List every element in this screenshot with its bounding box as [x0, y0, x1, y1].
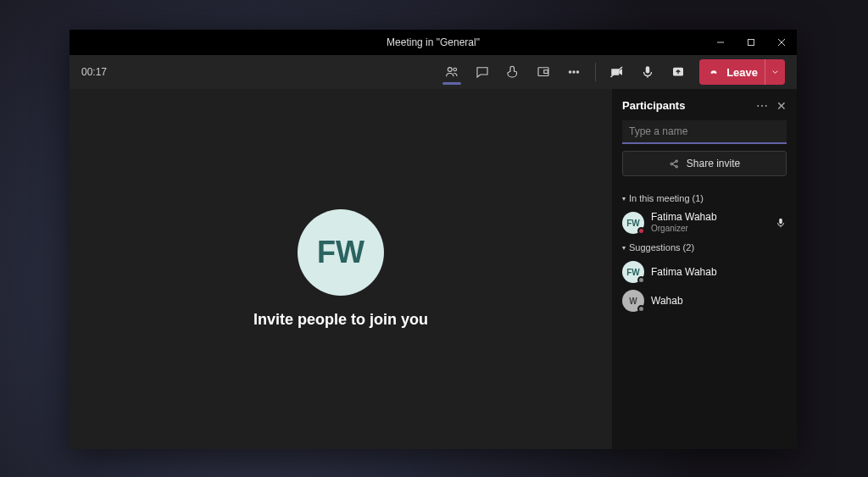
leave-button-chevron[interactable] [765, 59, 780, 85]
reactions-toolbar-button[interactable] [498, 58, 527, 86]
svg-point-9 [573, 71, 575, 73]
avatar: W [622, 290, 644, 312]
microphone-button[interactable] [633, 58, 662, 86]
panel-title: Participants [622, 99, 685, 112]
close-window-button[interactable] [766, 30, 797, 55]
caret-down-icon: ▾ [622, 195, 626, 202]
meeting-toolbar: 00:17 [70, 55, 797, 89]
svg-rect-19 [779, 219, 782, 224]
camera-button[interactable] [603, 58, 632, 86]
minimize-button[interactable] [705, 30, 736, 55]
svg-point-15 [676, 160, 677, 162]
participant-name: Fatima Wahab [651, 212, 717, 224]
svg-line-17 [672, 161, 676, 163]
maximize-button[interactable] [736, 30, 766, 55]
svg-rect-12 [646, 66, 650, 73]
avatar: FW [622, 212, 644, 234]
panel-more-icon[interactable]: ⋯ [756, 100, 768, 112]
more-actions-button[interactable] [559, 58, 588, 86]
presence-busy-icon [637, 227, 645, 235]
suggestion-name: Wahab [651, 295, 683, 307]
share-invite-button[interactable]: Share invite [622, 151, 787, 176]
meeting-timer: 00:17 [81, 66, 107, 78]
svg-line-18 [672, 164, 676, 166]
svg-point-10 [576, 71, 578, 73]
share-screen-button[interactable] [664, 58, 693, 86]
presence-offline-icon [637, 305, 645, 313]
participant-role: Organizer [651, 224, 717, 234]
microphone-icon [775, 217, 787, 229]
share-invite-label: Share invite [687, 158, 740, 169]
leave-button[interactable]: Leave [699, 59, 785, 85]
section-in-meeting[interactable]: ▾ In this meeting (1) [622, 193, 787, 203]
svg-point-14 [670, 163, 672, 164]
suggestion-name: Fatima Wahab [651, 266, 717, 278]
svg-point-5 [453, 68, 457, 71]
participants-panel: Participants ⋯ ✕ Share invite ▾ In this … [612, 89, 797, 449]
invite-message: Invite people to join you [253, 311, 428, 329]
suggestion-row[interactable]: FW Fatima Wahab [622, 258, 787, 286]
titlebar: Meeting in "General" [70, 30, 797, 55]
leave-button-label: Leave [726, 66, 758, 79]
section-suggestions[interactable]: ▾ Suggestions (2) [622, 242, 787, 252]
svg-point-4 [448, 68, 452, 72]
toolbar-separator [595, 63, 596, 81]
rooms-toolbar-button[interactable] [529, 58, 558, 86]
avatar: FW [622, 261, 644, 283]
self-avatar: FW [298, 209, 384, 296]
participant-row[interactable]: FW Fatima Wahab Organizer [622, 208, 787, 237]
svg-point-8 [569, 71, 570, 73]
svg-point-16 [676, 165, 677, 167]
section-in-meeting-label: In this meeting (1) [629, 193, 704, 203]
meeting-window: Meeting in "General" 00:17 [70, 30, 797, 449]
window-title: Meeting in "General" [387, 36, 480, 48]
participants-toolbar-button[interactable] [437, 58, 466, 86]
caret-down-icon: ▾ [622, 244, 626, 252]
search-input[interactable] [622, 120, 787, 144]
suggestion-row[interactable]: W Wahab [622, 286, 787, 315]
meeting-stage: FW Invite people to join you [70, 89, 612, 449]
svg-rect-1 [748, 40, 754, 46]
presence-offline-icon [637, 276, 645, 284]
svg-rect-7 [544, 70, 548, 74]
section-suggestions-label: Suggestions (2) [629, 242, 694, 252]
chat-toolbar-button[interactable] [468, 58, 497, 86]
svg-rect-6 [538, 68, 548, 76]
panel-close-icon[interactable]: ✕ [776, 100, 787, 112]
